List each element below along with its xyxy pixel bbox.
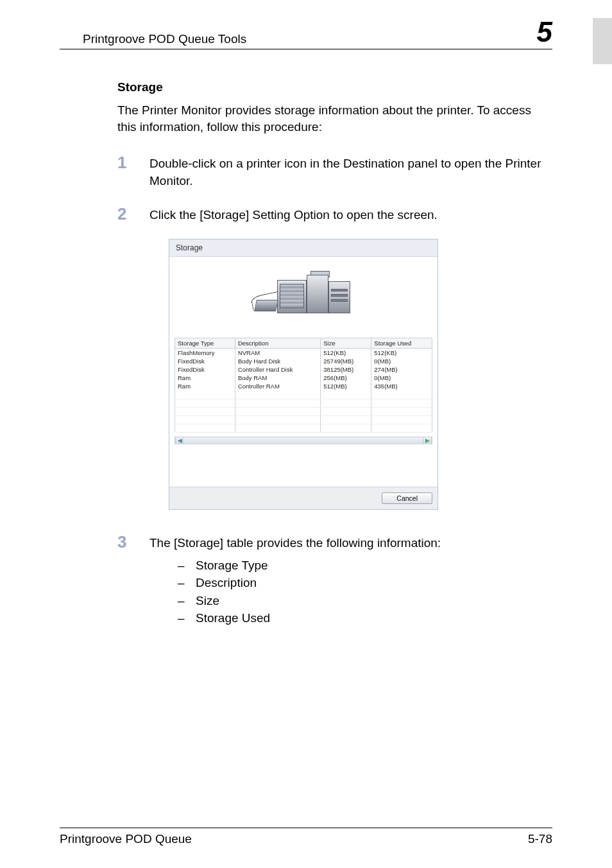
scroll-left-icon[interactable]: ◀: [175, 437, 184, 444]
cell-size: 38125(MB): [321, 365, 371, 374]
horizontal-scrollbar[interactable]: ◀ ▶: [174, 437, 432, 444]
header-title: Printgroove POD Queue Tools: [83, 32, 246, 46]
bullet-text: Storage Type: [196, 557, 268, 575]
step-number: 2: [117, 205, 149, 223]
scroll-track[interactable]: [184, 437, 423, 444]
cell-description: Body Hard Disk: [235, 357, 320, 365]
storage-table: Storage Type Description Size Storage Us…: [174, 338, 432, 433]
footer-page-number: 5-78: [528, 832, 552, 846]
page-side-tab: [593, 18, 612, 64]
scroll-right-icon[interactable]: ▶: [423, 437, 432, 444]
cell-storage-used: 0(MB): [371, 374, 432, 382]
cell-size: 256(MB): [321, 374, 371, 382]
printer-part-icon: [254, 300, 278, 311]
section-heading: Storage: [117, 80, 552, 94]
footer-title: Printgroove POD Queue: [60, 832, 192, 846]
dash-icon: –: [178, 609, 196, 627]
bullet-text: Size: [196, 592, 219, 610]
cell-storage-type: Ram: [175, 382, 235, 390]
printer-part-icon: [331, 299, 348, 302]
dash-icon: –: [178, 574, 196, 592]
cell-size: 25749(MB): [321, 357, 371, 365]
step-2: 2 Click the [Storage] Setting Option to …: [117, 205, 552, 223]
table-row[interactable]: FixedDisk Controller Hard Disk 38125(MB)…: [175, 365, 432, 374]
printer-part-icon: [331, 294, 348, 297]
dialog-title: Storage: [169, 239, 438, 257]
table-row: [175, 424, 432, 432]
cell-storage-type: Ram: [175, 374, 235, 382]
cell-storage-used: 274(MB): [371, 365, 432, 374]
printer-part-icon: [307, 275, 328, 313]
table-row: [175, 407, 432, 415]
cell-storage-used: 0(MB): [371, 357, 432, 365]
table-row: [175, 390, 432, 399]
cell-size: 512(KB): [321, 349, 371, 358]
cell-storage-type: FlashMemory: [175, 349, 235, 358]
chapter-number: 5: [537, 18, 552, 46]
cell-description: Body RAM: [235, 374, 320, 382]
table-row[interactable]: FixedDisk Body Hard Disk 25749(MB) 0(MB): [175, 357, 432, 365]
cancel-button[interactable]: Cancel: [382, 492, 432, 504]
table-row: [175, 415, 432, 424]
cell-description: Controller Hard Disk: [235, 365, 320, 374]
cell-storage-used: 435(MB): [371, 382, 432, 390]
table-header-row[interactable]: Storage Type Description Size Storage Us…: [175, 338, 432, 349]
section-intro: The Printer Monitor provides storage inf…: [117, 102, 552, 135]
col-storage-type[interactable]: Storage Type: [175, 338, 235, 349]
col-description[interactable]: Description: [235, 338, 320, 349]
list-item: – Size: [178, 592, 441, 610]
col-size[interactable]: Size: [321, 338, 371, 349]
dash-icon: –: [178, 592, 196, 610]
step-text: The [Storage] table provides the followi…: [149, 533, 441, 627]
step-1: 1 Double-click on a printer icon in the …: [117, 153, 552, 189]
cell-storage-type: FixedDisk: [175, 365, 235, 374]
list-item: – Description: [178, 574, 441, 592]
printer-illustration: [174, 263, 432, 338]
page-header: Printgroove POD Queue Tools 5: [60, 18, 552, 49]
cell-description: Controller RAM: [235, 382, 320, 390]
printer-part-icon: [280, 284, 304, 308]
cell-storage-used: 512(KB): [371, 349, 432, 358]
cell-storage-type: FixedDisk: [175, 357, 235, 365]
list-item: – Storage Type: [178, 557, 441, 575]
step-text-content: The [Storage] table provides the followi…: [149, 536, 441, 550]
storage-dialog: Storage: [169, 239, 438, 510]
bullet-text: Description: [196, 574, 257, 592]
page-footer: Printgroove POD Queue 5-78: [60, 828, 552, 846]
step-number: 1: [117, 153, 149, 189]
cell-description: NVRAM: [235, 349, 320, 358]
list-item: – Storage Used: [178, 609, 441, 627]
table-row[interactable]: FlashMemory NVRAM 512(KB) 512(KB): [175, 349, 432, 358]
printer-part-icon: [331, 289, 348, 291]
step-3: 3 The [Storage] table provides the follo…: [117, 533, 552, 627]
printer-part-icon: [328, 281, 350, 313]
dash-icon: –: [178, 557, 196, 575]
step-text: Click the [Storage] Setting Option to op…: [149, 205, 438, 223]
step-number: 3: [117, 533, 149, 627]
table-row: [175, 399, 432, 407]
col-storage-used[interactable]: Storage Used: [371, 338, 432, 349]
step-text: Double-click on a printer icon in the De…: [149, 153, 552, 189]
table-row[interactable]: Ram Body RAM 256(MB) 0(MB): [175, 374, 432, 382]
table-row[interactable]: Ram Controller RAM 512(MB) 435(MB): [175, 382, 432, 390]
dialog-footer: Cancel: [169, 487, 438, 509]
cell-size: 512(MB): [321, 382, 371, 390]
bullet-text: Storage Used: [196, 609, 270, 627]
